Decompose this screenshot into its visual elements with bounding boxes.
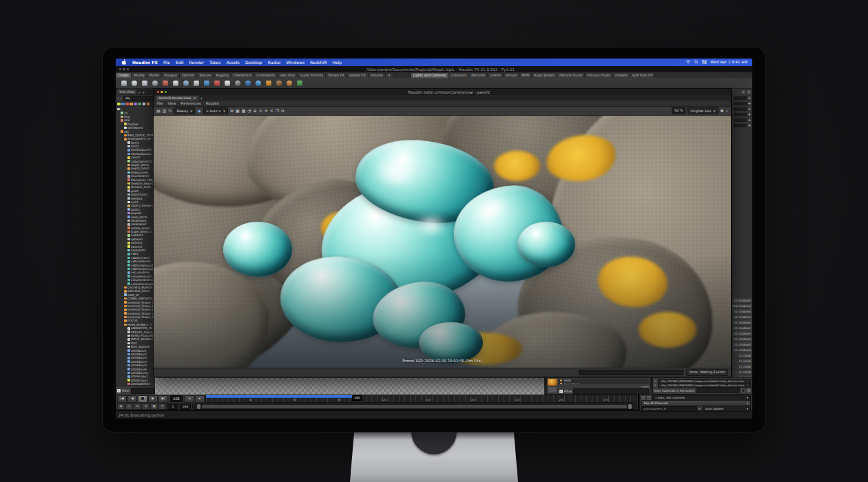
clear-icon[interactable]: ✕ (270, 108, 273, 114)
menubar-item-file[interactable]: File (163, 60, 170, 65)
shelf-tool-line-icon[interactable] (163, 81, 168, 86)
lock-icon[interactable]: ⊠ (230, 108, 234, 114)
shelf-tab-deform[interactable]: Deform (180, 73, 197, 78)
shelf-tab-particles[interactable]: Particles (469, 73, 488, 78)
pane-icon[interactable]: ▥ (163, 108, 167, 114)
shelf-tab-constraints[interactable]: Constraints (254, 73, 278, 78)
scene-materials-filter-input[interactable] (696, 388, 740, 393)
material-row[interactable]: Gold Paint (559, 382, 650, 384)
children-count-row[interactable]: (18 children) (732, 304, 752, 309)
range-start-field[interactable]: 1 (167, 404, 178, 410)
menubar-item-takes[interactable]: Takes (209, 60, 220, 65)
menubar-item-redshift[interactable]: Redshift (310, 60, 327, 65)
tree-filter-input[interactable] (131, 388, 155, 394)
crosshair-icon[interactable]: ✛ (265, 108, 268, 114)
remove-icon[interactable]: × (654, 383, 657, 387)
renderview-menu-houdini[interactable]: Houdini (206, 101, 219, 105)
shelf-tab-model[interactable]: Model (147, 73, 162, 78)
shelf-tab-create[interactable]: Create (116, 73, 132, 78)
renderview-menu-view[interactable]: View (167, 101, 176, 105)
children-count-row[interactable]: (0 children) (732, 342, 752, 348)
aov-dropdown[interactable]: Beauty▼ (174, 107, 195, 114)
shelf-tool-particles-icon[interactable] (256, 81, 261, 86)
realtime-icon[interactable]: ⊙ (142, 404, 149, 410)
tree-filter-icon-0[interactable] (117, 103, 121, 106)
children-count-row[interactable]: (0 children) (732, 309, 752, 315)
audio-icon[interactable]: ♪ (125, 404, 133, 410)
slider-handle-icon[interactable]: ✛ (748, 96, 751, 100)
shelf-tool-sphere-icon[interactable] (132, 81, 137, 86)
window-traffic-lights[interactable] (119, 68, 129, 70)
children-count-row[interactable]: (1 child) (732, 353, 752, 359)
toggle-icon[interactable] (741, 388, 745, 392)
children-count-row[interactable]: (0 children) (732, 315, 752, 320)
shelf-tool-bucket-icon[interactable] (266, 81, 271, 86)
timeline-ruler[interactable]: 102 306090120150180210240270 (205, 395, 637, 403)
jump-end-button[interactable]: ▶| (158, 395, 168, 403)
clock-icon[interactable]: ◔ (247, 108, 251, 114)
param-field[interactable] (734, 124, 747, 127)
camera-icon[interactable]: ◉ (197, 108, 200, 114)
zoom-percent-field[interactable]: 62 % (672, 107, 685, 114)
menubar-item-assets[interactable]: Assets (226, 60, 240, 65)
tab-redshift-renderview[interactable]: Redshift RenderView × (156, 96, 198, 101)
playhead-badge[interactable]: 102 (352, 395, 362, 401)
close-icon[interactable]: × (193, 96, 196, 100)
snapshot-icon[interactable]: ❐ (276, 108, 279, 114)
tree-filter-icon-1[interactable] (121, 103, 125, 106)
grid-view-icon[interactable] (548, 386, 557, 393)
children-count-row[interactable]: (1 child) (732, 364, 752, 370)
tree-filter-icon-3[interactable] (130, 103, 133, 106)
material-list[interactable]: GoldGold PaintIron (559, 379, 650, 384)
frame-range-slider[interactable] (192, 404, 637, 410)
refresh-icon[interactable]: ↻ (168, 108, 172, 114)
shelf-tool-platonic-icon[interactable] (235, 81, 240, 86)
menubar-clock[interactable]: Wed Apr 1 9:41 AM (710, 59, 747, 66)
grid-icon[interactable]: ▦ (236, 108, 240, 114)
children-count-row[interactable]: (0 children) (732, 331, 752, 337)
children-count-row[interactable]: (0 children) (732, 337, 752, 342)
shelf-tab-modify[interactable]: Modify (132, 73, 147, 78)
param-field[interactable] (734, 96, 747, 100)
renderview-menu-preferences[interactable]: Preferences (180, 101, 200, 105)
tree-path-field[interactable]: obj (123, 96, 155, 101)
region-render-icon[interactable]: ⊙ (259, 108, 262, 114)
shelf-tab-[interactable]: + (386, 73, 393, 78)
tree-filter-icon-5[interactable] (138, 103, 141, 106)
image-size-dropdown[interactable]: Original Size▼ (688, 107, 718, 114)
snapshot-icon[interactable] (641, 396, 645, 400)
param-field[interactable] (734, 102, 747, 105)
shelf-tool-torus-icon[interactable] (152, 81, 158, 86)
menubar-item-help[interactable]: Help (332, 60, 342, 65)
slider-handle-icon[interactable]: ✛ (748, 102, 751, 105)
material-thumbnail[interactable] (548, 379, 557, 386)
slider-handle-icon[interactable]: ✛ (748, 113, 751, 116)
range-handle-start[interactable] (197, 404, 200, 409)
shelf-tab-rigging[interactable]: Rigging (214, 73, 231, 78)
shelf-tool-shell-icon[interactable] (276, 81, 282, 86)
back-arrow-icon[interactable]: ‹ (117, 96, 118, 101)
shelf-tool-pen-icon[interactable] (214, 81, 220, 86)
control-center-icon[interactable] (702, 59, 707, 66)
settings-icon[interactable]: ✛ (158, 404, 166, 410)
filter-checkbox[interactable]: ✓ (117, 389, 121, 392)
forward-arrow-icon[interactable]: › (120, 96, 121, 101)
material-filter-input[interactable] (573, 388, 649, 395)
play-button[interactable]: ▶ (148, 395, 158, 403)
node-path-field[interactable]: g/Atmospheric_B (641, 406, 697, 412)
current-frame-field[interactable]: 102 (170, 395, 183, 402)
shelf-tab-characters[interactable]: Characters (231, 73, 254, 78)
menubar-item-render[interactable]: Render (189, 60, 204, 65)
children-count-row[interactable]: (1 child) (732, 359, 752, 364)
keyframe-icon[interactable]: ◆ (117, 404, 125, 410)
shelf-tab-grains[interactable]: Grains (488, 73, 504, 78)
range-handle-end[interactable] (628, 404, 632, 409)
shelf-tool-circle-icon[interactable] (183, 81, 189, 86)
gradient-icon[interactable] (647, 396, 651, 400)
stop-button[interactable]: ■ (138, 395, 147, 403)
shelf-tab-oceans[interactable]: Oceans (613, 73, 630, 78)
shelf-tab-particle-fluids[interactable]: Particle Fluids (557, 73, 585, 78)
pin-icon[interactable]: + (741, 90, 745, 94)
tab-tree-view[interactable]: Tree View (117, 90, 136, 94)
children-count-row[interactable]: (1 child) (732, 370, 752, 375)
